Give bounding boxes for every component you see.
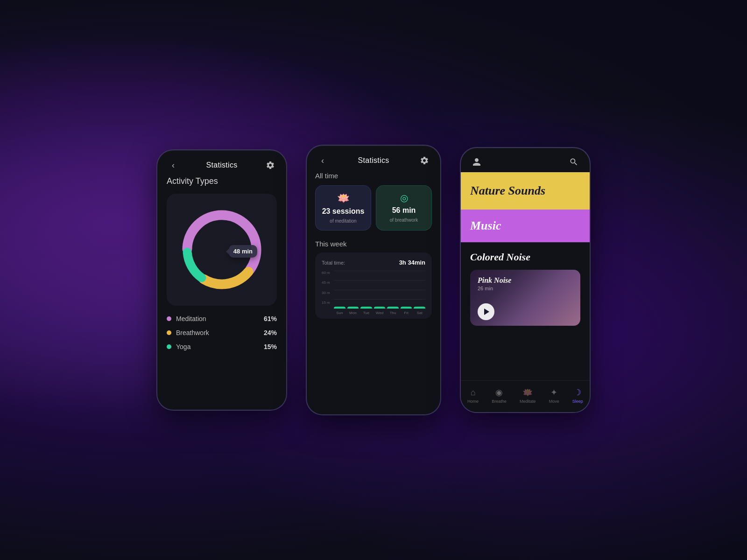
total-time-value: 3h 34min (399, 259, 425, 266)
nav-move-label: Move (549, 399, 559, 404)
pink-noise-duration: 26 min (478, 286, 573, 291)
stat-cards: 🪷 23 sessions of meditation ◎ 56 min of … (315, 185, 432, 231)
bar-tue (360, 307, 372, 308)
bar-sat-fill (414, 307, 425, 308)
meditation-icon: 🪷 (337, 192, 350, 204)
stat-minutes-value: 56 min (392, 206, 416, 215)
nav-home[interactable]: ⌂ Home (467, 388, 479, 404)
day-fri: Fri (401, 311, 412, 315)
bar-wed (374, 307, 386, 308)
legend-label-yoga: Yoga (176, 343, 190, 350)
stat-sessions-sub: of meditation (330, 218, 356, 224)
music-title: Music (470, 219, 501, 233)
legend-meditation: Meditation 61% (167, 315, 277, 322)
bar-sun-fill (334, 307, 345, 308)
nav-sleep[interactable]: ☽ Sleep (572, 387, 583, 404)
bar-sat (414, 307, 425, 308)
phone-activity-types: ‹ Statistics Activity Types 48 min (156, 149, 287, 411)
donut-chart-container: 48 min (167, 194, 277, 306)
phone-statistics: ‹ Statistics All time 🪷 23 sessions of m… (306, 145, 441, 415)
legend-label-meditation: Meditation (176, 315, 206, 322)
breathe-icon: ◉ (495, 387, 503, 398)
day-sat: Sat (414, 311, 425, 315)
grid-label-30: 30 m (322, 291, 330, 295)
nature-sounds-title: Nature Sounds (470, 184, 545, 198)
back-button-center[interactable]: ‹ (316, 154, 329, 167)
legend-breathwork: Breathwork 24% (167, 329, 277, 336)
settings-button-center[interactable] (418, 154, 431, 167)
gear-icon-center (420, 156, 429, 165)
legend-yoga: Yoga 15% (167, 343, 277, 350)
category-colored-noise[interactable]: Colored Noise Pink Noise 26 min (461, 242, 590, 334)
day-sun: Sun (334, 311, 345, 315)
phone-right-header (461, 148, 590, 172)
day-thu: Thu (387, 311, 399, 315)
play-icon (484, 308, 489, 315)
category-nature-sounds[interactable]: Nature Sounds (461, 172, 590, 210)
move-icon: ✦ (550, 387, 557, 398)
nav-home-label: Home (467, 399, 479, 404)
grid-label-60: 60 m (322, 271, 330, 275)
legend-pct-breathwork: 24% (264, 329, 277, 336)
stats-content: All time 🪷 23 sessions of meditation ◎ 5… (307, 172, 440, 319)
bar-thu-fill (387, 307, 399, 308)
stat-minutes-sub: of breathwork (390, 217, 418, 223)
legend-pct-yoga: 15% (264, 343, 277, 350)
total-time-label: Total time: (322, 260, 345, 266)
profile-button[interactable] (470, 155, 483, 168)
search-button[interactable] (567, 155, 580, 168)
back-button[interactable]: ‹ (167, 159, 180, 172)
day-wed: Wed (374, 311, 386, 315)
bar-thu (387, 307, 399, 308)
play-button[interactable] (478, 303, 494, 320)
phone-left-title: Statistics (206, 161, 237, 169)
gear-icon (266, 161, 275, 170)
search-icon (569, 157, 578, 167)
grid-label-15: 15 m (322, 301, 330, 305)
grid-label-45: 45 m (322, 280, 330, 285)
legend-dot-breathwork (167, 330, 171, 335)
bar-mon (347, 307, 359, 308)
meditate-icon: 🪷 (522, 387, 533, 398)
home-icon: ⌂ (471, 388, 476, 398)
category-music[interactable]: Music (461, 210, 590, 242)
bottom-navigation: ⌂ Home ◉ Breathe 🪷 Meditate ✦ Move ☽ Sle… (461, 380, 590, 412)
activity-types-title: Activity Types (167, 176, 277, 186)
bar-tue-fill (360, 307, 372, 308)
stat-card-meditation: 🪷 23 sessions of meditation (315, 185, 371, 231)
legend-pct-meditation: 61% (264, 315, 277, 322)
nav-move[interactable]: ✦ Move (549, 387, 559, 404)
legend-dot-meditation (167, 316, 171, 321)
bar-fri-fill (401, 307, 412, 308)
pink-noise-card[interactable]: Pink Noise 26 min (470, 270, 580, 326)
phone-left-header: ‹ Statistics (157, 150, 286, 176)
phone-center-title: Statistics (358, 156, 389, 165)
settings-button[interactable] (264, 159, 277, 172)
nav-meditate[interactable]: 🪷 Meditate (520, 387, 536, 404)
breathwork-icon: ◎ (400, 192, 408, 203)
nav-breathe[interactable]: ◉ Breathe (492, 387, 507, 404)
stat-card-breathwork: ◎ 56 min of breathwork (376, 185, 432, 231)
bar-fri (401, 307, 412, 308)
stat-sessions-value: 23 sessions (322, 207, 365, 216)
bar-mon-fill (347, 307, 359, 308)
nav-breathe-label: Breathe (492, 399, 507, 404)
day-mon: Mon (347, 311, 359, 315)
legend-dot-yoga (167, 344, 171, 349)
chart-header: Total time: 3h 34min (322, 259, 425, 266)
phone-sounds: Nature Sounds Music Colored Noise Pink N… (460, 147, 591, 413)
day-labels: Sun Mon Tue Wed Thu Fri Sat (334, 311, 425, 315)
pink-noise-title: Pink Noise (478, 276, 573, 285)
bar-wed-fill (374, 307, 386, 308)
day-tue: Tue (360, 311, 372, 315)
activity-types-section: Activity Types 48 min (157, 176, 286, 306)
this-week-label: This week (315, 240, 432, 248)
phone-center-header: ‹ Statistics (307, 146, 440, 172)
profile-icon (472, 157, 481, 167)
sleep-icon: ☽ (574, 387, 581, 398)
nav-meditate-label: Meditate (520, 399, 536, 404)
all-time-label: All time (315, 172, 432, 180)
colored-noise-title: Colored Noise (470, 251, 580, 263)
week-chart: Total time: 3h 34min 60 m 45 m 30 m 15 m (315, 252, 432, 319)
sound-categories: Nature Sounds Music Colored Noise Pink N… (461, 172, 590, 334)
